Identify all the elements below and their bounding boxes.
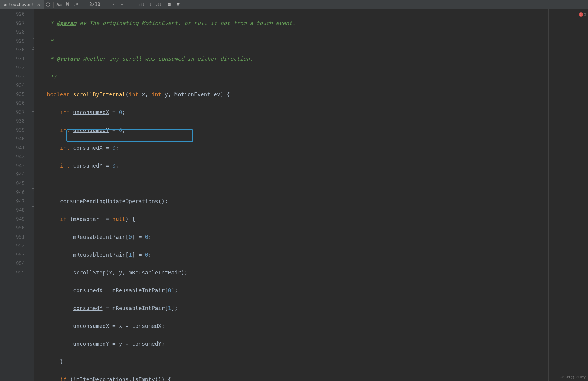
code-line xyxy=(34,179,588,188)
match-count: 8/10 xyxy=(89,2,100,7)
words-icon[interactable]: W xyxy=(63,0,72,9)
line-number: 933 xyxy=(0,72,25,81)
code-line: consumedY = mReusableIntPair[1]; xyxy=(34,304,588,313)
find-toolbar: ontouchevent × Aa W .* 8/10 +⟦⟧ −⟦⟧ ☑⟦⟧ xyxy=(0,0,588,9)
next-match-icon[interactable] xyxy=(118,0,126,9)
line-number: 949 xyxy=(0,215,25,224)
code-line: * xyxy=(34,37,588,46)
prev-match-icon[interactable] xyxy=(109,0,118,9)
svg-rect-0 xyxy=(129,3,132,6)
line-number: 939 xyxy=(0,126,25,135)
separator xyxy=(136,2,136,8)
add-selection-icon[interactable]: +⟦⟧ xyxy=(137,0,146,9)
code-line: unconsumedX = x - consumedX; xyxy=(34,322,588,331)
match-case-icon[interactable]: Aa xyxy=(55,0,63,9)
line-number: 940 xyxy=(0,134,25,143)
code-line: int unconsumedX = 0; xyxy=(34,108,588,117)
code-line: consumedX = mReusableIntPair[0]; xyxy=(34,286,588,295)
line-number: 926 xyxy=(0,10,25,19)
code-line: consumePendingUpdateOperations(); xyxy=(34,197,588,206)
error-badge[interactable]: ! 2 xyxy=(579,12,587,17)
line-number: 943 xyxy=(0,161,25,170)
line-number: 945 xyxy=(0,179,25,188)
line-number: 950 xyxy=(0,223,25,232)
line-number: 929 xyxy=(0,37,25,46)
line-number: 951 xyxy=(0,232,25,242)
separator xyxy=(53,2,54,8)
code-line: if (!mItemDecorations.isEmpty()) { xyxy=(34,375,588,381)
line-number: 935 xyxy=(0,90,25,99)
line-number: 931 xyxy=(0,54,25,63)
code-line: int unconsumedY = 0; xyxy=(34,126,588,135)
settings-icon[interactable] xyxy=(165,0,174,9)
watermark: CSDN @hzulwy xyxy=(560,375,586,379)
code-line: } xyxy=(34,357,588,366)
gutter: 926 927 928 929 930 931 932 933 934 935 … xyxy=(0,9,34,381)
right-margin xyxy=(548,9,549,381)
line-number: 927 xyxy=(0,19,25,28)
tab-label: ontouchevent xyxy=(4,2,34,7)
line-number: 937 xyxy=(0,108,25,117)
code-line: int consumedY = 0; xyxy=(34,161,588,170)
select-all-icon[interactable] xyxy=(126,0,135,9)
line-number: 941 xyxy=(0,143,25,152)
close-icon[interactable]: × xyxy=(37,2,40,8)
line-number: 934 xyxy=(0,81,25,90)
line-number: 955 xyxy=(0,268,25,277)
svg-marker-7 xyxy=(176,3,180,6)
code-line: * @param ev The originating MotionEvent,… xyxy=(34,19,588,28)
svg-point-6 xyxy=(169,5,170,6)
regex-icon[interactable]: .* xyxy=(72,0,80,9)
remove-selection-icon[interactable]: −⟦⟧ xyxy=(146,0,154,9)
line-number: 942 xyxy=(0,152,25,161)
line-number: 947 xyxy=(0,197,25,206)
code-line: */ xyxy=(34,72,588,81)
line-number: 932 xyxy=(0,63,25,72)
code-line: mReusableIntPair[1] = 0; xyxy=(34,250,588,259)
code-area[interactable]: * @param ev The originating MotionEvent,… xyxy=(34,9,588,381)
line-number: 954 xyxy=(0,259,25,268)
code-line: int consumedX = 0; xyxy=(34,143,588,152)
line-number: 938 xyxy=(0,117,25,126)
separator xyxy=(164,2,164,8)
line-number: 953 xyxy=(0,250,25,259)
code-line: boolean scrollByInternal(int x, int y, M… xyxy=(34,90,588,99)
line-number: 928 xyxy=(0,27,25,37)
search-tab[interactable]: ontouchevent × xyxy=(0,0,44,9)
line-number: 948 xyxy=(0,206,25,215)
line-number: 952 xyxy=(0,241,25,250)
svg-point-5 xyxy=(170,4,171,5)
line-number: 936 xyxy=(0,99,25,108)
error-count: 2 xyxy=(584,12,587,17)
select-all-occ-icon[interactable]: ☑⟦⟧ xyxy=(154,0,163,9)
editor[interactable]: 926 927 928 929 930 931 932 933 934 935 … xyxy=(0,9,588,381)
error-icon: ! xyxy=(579,12,583,17)
svg-point-4 xyxy=(169,3,170,4)
line-number: 944 xyxy=(0,170,25,179)
code-line: mReusableIntPair[0] = 0; xyxy=(34,232,588,242)
line-number: 946 xyxy=(0,188,25,197)
line-number: 930 xyxy=(0,45,25,54)
code-line: if (mAdapter != null) { xyxy=(34,215,588,224)
code-line: scrollStep(x, y, mReusableIntPair); xyxy=(34,268,588,277)
filter-icon[interactable] xyxy=(174,0,182,9)
history-icon[interactable] xyxy=(44,0,52,9)
code-line: unconsumedY = y - consumedY; xyxy=(34,339,588,348)
code-line: * @return Whether any scroll was consume… xyxy=(34,54,588,63)
